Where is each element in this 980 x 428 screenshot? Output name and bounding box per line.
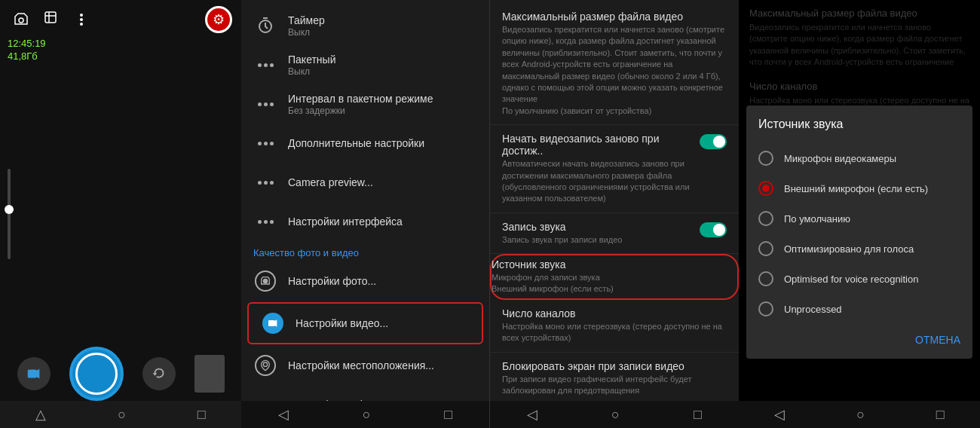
restart-toggle[interactable]: [700, 134, 727, 149]
svg-point-9: [263, 279, 268, 284]
photo-settings[interactable]: Настройки фото...: [241, 261, 489, 301]
processing-settings[interactable]: Processing settings...: [241, 385, 489, 401]
option-unprocessed-label: Unprocessed: [784, 304, 842, 315]
processing-settings-icon: [253, 393, 277, 401]
nav-home-icon[interactable]: ○: [118, 407, 126, 423]
zoom-slider[interactable]: [8, 169, 11, 259]
nav-recents-icon[interactable]: □: [198, 407, 206, 423]
video-nav-bar: ◁ ○ □: [490, 401, 739, 428]
block-screen-title: Блокировать экран при записи видео: [502, 360, 727, 372]
settings-panel: Таймер Выкл Пакетный Выкл: [241, 0, 490, 428]
settings-nav-recents[interactable]: □: [444, 407, 452, 423]
video-settings-panel: Максимальный размер файла видео Видеозап…: [490, 0, 739, 428]
settings-nav-back[interactable]: ◁: [278, 406, 289, 423]
camera-mode-icon[interactable]: [9, 8, 33, 32]
interval-text: Интервал в пакетном режиме Без задержки: [288, 93, 477, 116]
zoom-slider-thumb[interactable]: [5, 205, 14, 214]
record-sound-desc: Запись звука при записи видео: [502, 234, 622, 246]
location-settings-text: Настройки местоположения...: [288, 359, 477, 371]
top-left-icons: [9, 8, 93, 32]
more-icon[interactable]: [69, 8, 93, 32]
video-settings-text: Настройки видео...: [296, 317, 470, 329]
restart-desc: Автоматически начать видеозапись заново …: [502, 158, 700, 205]
video-nav-back[interactable]: ◁: [527, 406, 537, 423]
location-settings-icon: [253, 353, 277, 378]
packet-text: Пакетный Выкл: [288, 54, 477, 77]
video-mode-button[interactable]: [17, 357, 51, 390]
max-file-size-item[interactable]: Максимальный размер файла видео Видеозап…: [490, 3, 739, 125]
shutter-button[interactable]: [69, 347, 124, 401]
timer-icon: [253, 14, 277, 38]
radio-mic-cam: [758, 151, 773, 166]
flip-camera-button[interactable]: [142, 357, 176, 390]
settings-nav-home[interactable]: ○: [363, 407, 371, 423]
option-mic-cam[interactable]: Микрофон видеокамеры: [758, 143, 960, 173]
radio-default: [758, 211, 773, 226]
camera-preview-icon: [253, 170, 277, 194]
bg-channels-title: Число каналов: [749, 81, 969, 92]
packet-setting[interactable]: Пакетный Выкл: [241, 45, 489, 84]
dialog-nav-recents[interactable]: □: [936, 407, 945, 423]
option-mic-cam-label: Микрофон видеокамеры: [784, 153, 896, 164]
option-unprocessed[interactable]: Unprocessed: [758, 294, 960, 324]
record-sound-item[interactable]: Запись звука Запись звука при записи вид…: [490, 213, 739, 254]
option-voice-opt-label: Оптимизировано для голоса: [784, 243, 914, 255]
quality-section-header: Качество фото и видео: [241, 241, 489, 261]
video-nav-home[interactable]: ○: [611, 407, 620, 423]
timer-setting[interactable]: Таймер Выкл: [241, 6, 489, 45]
radio-ext-mic-inner: [762, 185, 770, 192]
svg-point-5: [80, 18, 83, 21]
advanced-text: Дополнительные настройки: [288, 137, 477, 149]
option-ext-mic[interactable]: Внешний микрофон (если есть): [758, 173, 960, 203]
channels-item[interactable]: Число каналов Настройка моно или стереоз…: [490, 300, 739, 353]
camera-top-bar: ⚙: [0, 0, 241, 39]
sound-source-desc: Микрофон для записи звукаВнешний микрофо…: [492, 272, 737, 295]
video-settings[interactable]: Настройки видео...: [247, 302, 483, 344]
svg-rect-10: [268, 320, 275, 326]
settings-gear-icon: ⚙: [213, 11, 225, 28]
bg-max-file-title: Максимальный размер файла видео: [749, 8, 969, 19]
svg-point-0: [19, 18, 23, 23]
interface-icon: [253, 209, 277, 234]
location-settings[interactable]: Настройки местоположения...: [241, 346, 489, 385]
packet-icon: [253, 53, 277, 77]
radio-ext-mic: [758, 181, 773, 196]
settings-nav-bar: ◁ ○ □: [241, 401, 489, 428]
dialog-cancel-area: ОТМЕНА: [758, 324, 960, 347]
thumbnail-preview[interactable]: [194, 355, 225, 393]
block-screen-desc: При записи видео графический интерфейс б…: [502, 374, 727, 397]
camera-controls: [0, 347, 241, 401]
radio-voice-opt: [758, 241, 773, 256]
block-screen-item[interactable]: Блокировать экран при записи видео При з…: [490, 353, 739, 401]
svg-point-6: [80, 23, 83, 26]
flash-icon[interactable]: [39, 8, 63, 32]
option-voice-rec[interactable]: Optimised for voice recognition: [758, 264, 960, 294]
photo-settings-icon: [253, 269, 277, 293]
interval-icon: [253, 92, 277, 116]
bg-max-file-desc: Видеозапись прекратится или начнется зан…: [749, 22, 969, 69]
channels-desc: Настройка моно или стереозвука (стерео д…: [502, 321, 727, 344]
sound-source-dialog: Источник звука Микрофон видеокамеры Внеш…: [746, 105, 972, 359]
interface-setting[interactable]: Настройки интерфейса: [241, 202, 489, 241]
video-nav-recents[interactable]: □: [694, 407, 702, 423]
advanced-setting[interactable]: Дополнительные настройки: [241, 124, 489, 163]
svg-rect-7: [27, 370, 36, 378]
dialog-nav-back[interactable]: ◁: [774, 406, 785, 423]
camera-preview-setting[interactable]: Camera preview...: [241, 163, 489, 202]
radio-voice-rec: [758, 271, 773, 286]
record-sound-toggle[interactable]: [700, 222, 727, 237]
dialog-nav-home[interactable]: ○: [856, 407, 865, 423]
settings-list: Таймер Выкл Пакетный Выкл: [241, 0, 489, 401]
sound-source-item[interactable]: Источник звука Микрофон для записи звука…: [490, 254, 739, 300]
interface-text: Настройки интерфейса: [288, 216, 477, 228]
channels-title: Число каналов: [502, 307, 727, 319]
option-default[interactable]: По умолчанию: [758, 203, 960, 234]
cancel-button[interactable]: ОТМЕНА: [915, 334, 960, 346]
interval-setting[interactable]: Интервал в пакетном режиме Без задержки: [241, 84, 489, 124]
restart-on-max-item[interactable]: Начать видеозапись заново при достиж.. А…: [490, 125, 739, 213]
option-voice-opt[interactable]: Оптимизировано для голоса: [758, 234, 960, 264]
nav-back-icon[interactable]: △: [35, 406, 46, 423]
settings-button[interactable]: ⚙: [205, 6, 232, 33]
dialog-title: Источник звука: [758, 118, 960, 131]
svg-point-4: [80, 14, 83, 17]
